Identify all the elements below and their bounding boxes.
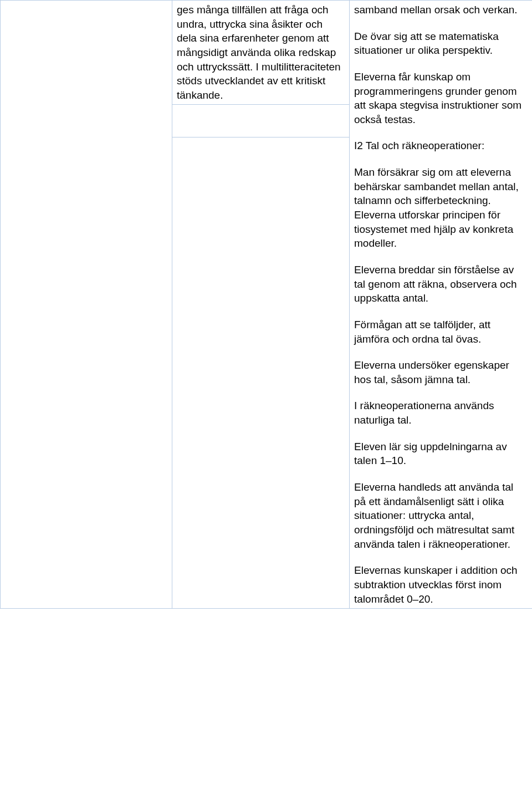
paragraph: Eleverna breddar sin förståelse av tal g… — [354, 263, 528, 305]
paragraph: Eleverna handleds att använda tal på ett… — [354, 480, 528, 551]
document-page: ges många tillfällen att fråga och undra… — [0, 0, 532, 609]
cell-content-empty — [1, 1, 172, 5]
paragraph: Eleverna får kunskap om programmeringens… — [354, 70, 528, 127]
paragraph: samband mellan orsak och verkan. — [354, 3, 528, 17]
curriculum-table: ges många tillfällen att fråga och undra… — [0, 0, 532, 609]
empty-inner-row — [172, 104, 349, 137]
table-row: ges många tillfällen att fråga och undra… — [1, 1, 533, 609]
paragraph: Förmågan att se talföljder, att jämföra … — [354, 318, 528, 346]
paragraph: I2 Tal och räkneoperationer: — [354, 139, 528, 153]
paragraph: Eleven lär sig uppdelningarna av talen 1… — [354, 440, 528, 468]
paragraph: Elevernas kunskaper i addition och subtr… — [354, 563, 528, 606]
table-cell-1 — [1, 1, 172, 609]
table-cell-2: ges många tillfällen att fråga och undra… — [172, 1, 350, 609]
paragraph: Eleverna undersöker egenskaper hos tal, … — [354, 358, 528, 386]
paragraph: Man försäkrar sig om att eleverna behärs… — [354, 165, 528, 251]
paragraph: ges många tillfällen att fråga och undra… — [177, 3, 345, 102]
cell-2-text-block: ges många tillfällen att fråga och undra… — [172, 1, 349, 104]
table-cell-3: samband mellan orsak och verkan. De övar… — [350, 1, 533, 609]
paragraph: De övar sig att se matematiska situation… — [354, 29, 528, 58]
cell-3-text-block: samband mellan orsak och verkan. De övar… — [350, 1, 532, 608]
paragraph: I räkneoperationerna används naturliga t… — [354, 399, 528, 427]
